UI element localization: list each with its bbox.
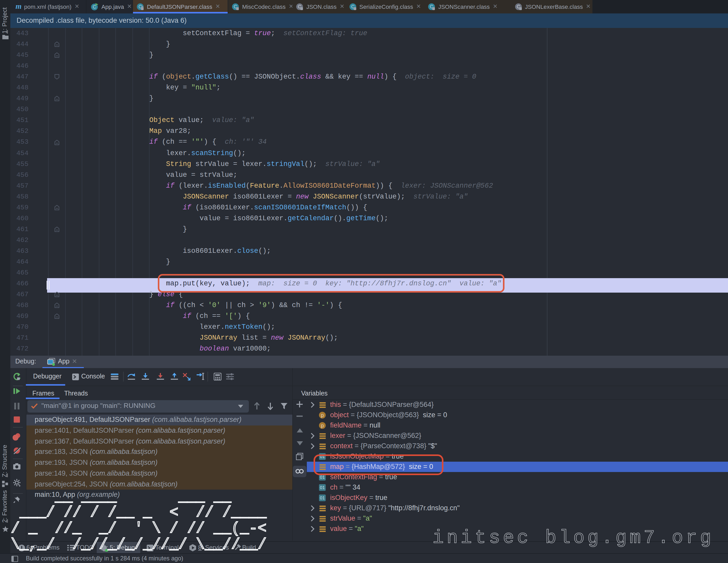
svg-text:01: 01 xyxy=(320,475,325,480)
svg-text:p: p xyxy=(321,423,324,428)
svg-text:01: 01 xyxy=(320,495,325,500)
svg-text:p: p xyxy=(321,412,324,418)
svg-text:01: 01 xyxy=(320,485,325,490)
